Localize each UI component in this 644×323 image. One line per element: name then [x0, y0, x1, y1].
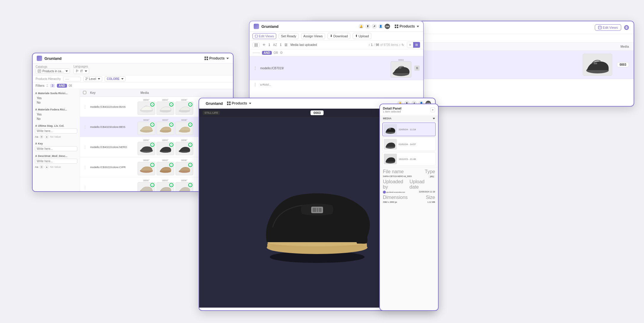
- thumb-item-0008-4[interactable]: 0008° ✓: [175, 159, 193, 175]
- filter-no-1[interactable]: No: [35, 100, 77, 105]
- mid-media-thumbs: 0003: [391, 59, 411, 78]
- bell-icon[interactable]: 🔔: [359, 24, 364, 29]
- products-dropdown-icon-mid[interactable]: [417, 26, 419, 27]
- filter-icon-5: ≡: [39, 165, 44, 169]
- row-menu-1[interactable]: ⋮: [83, 105, 87, 109]
- check-icon-0000-1: ✓: [150, 102, 154, 107]
- filter-no-2[interactable]: No: [35, 117, 77, 121]
- lang-dropdown-icon[interactable]: [85, 70, 87, 72]
- image-code-badge: 0003: [311, 110, 324, 115]
- list-view-btn[interactable]: ≡: [407, 42, 413, 48]
- big-thumb-right[interactable]: [583, 54, 612, 76]
- thumb-img-0000-3: ✓: [138, 142, 155, 155]
- catalog-select[interactable]: Products in ca...: [36, 68, 70, 74]
- thumb-item-0003-2[interactable]: 0003° ✓: [156, 119, 174, 135]
- chevron-left-page[interactable]: ‹: [369, 43, 370, 46]
- grid-view-btn[interactable]: ⊞: [413, 42, 420, 48]
- row-menu-3[interactable]: ⋮: [83, 145, 87, 150]
- upload-icon: ⬆: [355, 34, 358, 38]
- level-value-select[interactable]: 2° Level: [83, 76, 102, 81]
- svg-rect-3: [207, 59, 208, 60]
- thumb-item-0003-5[interactable]: 0003° ✓: [156, 179, 174, 192]
- meta-uploaded-row: Uploaded by Upload date: [383, 179, 435, 190]
- row-menu-4[interactable]: ⋮: [83, 165, 87, 170]
- thumb-img-0000-1: ✓: [138, 102, 155, 115]
- check-icon-0003-1: ✓: [169, 102, 173, 107]
- check-icon-0000-4: ✓: [150, 163, 154, 167]
- filter-row: Filters Ξ 3 AND 08: [33, 83, 233, 89]
- person-icon-circle[interactable]: 👤: [378, 24, 383, 29]
- svg-rect-25: [395, 27, 396, 28]
- row-menu-mid-2[interactable]: ⋮: [253, 82, 257, 87]
- thumb-item-0000-3[interactable]: 0000° ✓: [138, 139, 155, 155]
- collapse-btn[interactable]: [430, 107, 435, 112]
- copy-icon[interactable]: ⎘: [414, 65, 420, 71]
- set-ready-btn[interactable]: Set Ready: [279, 33, 298, 39]
- chevron-right-page[interactable]: ›: [399, 43, 400, 46]
- thumb-item-0008-5[interactable]: 0008° ✓: [175, 179, 193, 192]
- svg-rect-24: [397, 25, 398, 26]
- row-menu-5[interactable]: ⋮: [83, 185, 87, 190]
- catalog-dropdown-icon[interactable]: [65, 70, 68, 72]
- filter-and-or-row: ──── AND OR ⚙: [250, 49, 423, 56]
- mid-thumb-0003[interactable]: 0003: [391, 59, 411, 78]
- filter-yes-1[interactable]: Yes: [35, 96, 77, 100]
- thumb-item-0003-4[interactable]: 0003° ✓: [156, 159, 174, 175]
- thumb-detail-item-3[interactable]: 19/12/23 - 21:48: [382, 152, 436, 166]
- thumb-item-0008-2[interactable]: 0008° ✓: [175, 119, 193, 135]
- colore-dropdown-icon[interactable]: [121, 78, 124, 80]
- active-user-icon[interactable]: SW: [385, 24, 390, 29]
- thumb-detail-item-1[interactable]: 22/05/24 - 11:18: [382, 123, 436, 136]
- filter-input-4[interactable]: [35, 146, 77, 151]
- thumb-item-0000-4[interactable]: 0000° ✓: [138, 159, 155, 175]
- check-icon-0003-5: ✓: [169, 183, 173, 187]
- thumb-detail-item-2[interactable]: 01/02/24 - 14:57: [382, 137, 436, 151]
- mid-table-row-2: ⋮ a Ricicl...: [250, 80, 423, 89]
- meta-dim-row: Dimensions Size: [383, 195, 435, 200]
- edit-views-btn-mid[interactable]: Edit Views: [253, 33, 276, 39]
- assign-views-btn[interactable]: Assign Views: [301, 33, 325, 39]
- brand-title-mid: Grunland: [261, 24, 279, 29]
- filter-group-3: ∧ Ultima Stag. Liv. Col. Aa ≡ ● No Value: [35, 124, 77, 139]
- language-select[interactable]: 🏳 IT: [73, 68, 89, 74]
- level-select[interactable]: ──: [63, 77, 81, 81]
- upload-icon-circle[interactable]: ⬆: [365, 24, 370, 29]
- thumb-item-0003-3[interactable]: 0003° ✓: [156, 139, 174, 155]
- products-dropdown-viewer[interactable]: [249, 103, 251, 104]
- filter-yes-2[interactable]: Yes: [35, 112, 77, 117]
- upload-btn[interactable]: ⬆ Upload: [353, 33, 371, 39]
- product-key-2: modello:/CB4323/colore:BEIS: [90, 125, 135, 128]
- products-dropdown-icon[interactable]: [226, 58, 229, 59]
- row-menu-mid-1[interactable]: ⋮: [253, 66, 257, 70]
- globe-icon[interactable]: [624, 25, 629, 30]
- filter-count: 08: [69, 84, 72, 87]
- catalogs-label: Catalogs: [36, 65, 70, 68]
- refresh-icon[interactable]: ↻: [402, 43, 404, 46]
- filter-input-3[interactable]: [35, 128, 77, 134]
- check-icon-0000-5: ✓: [150, 183, 154, 187]
- filter-group-title-5: ∧ DescStrat_Mod_Desc...: [35, 154, 77, 158]
- filter-row-mid: 👁 1 AZ 1 🖼 Media last uploaded ‹ 1 / 98 …: [250, 41, 423, 49]
- row-menu-2[interactable]: ⋮: [83, 125, 87, 129]
- filter-settings-icon[interactable]: ⚙: [280, 51, 283, 55]
- level-dropdown-icon[interactable]: [98, 78, 100, 80]
- download-btn[interactable]: ⬇ Download: [327, 33, 350, 39]
- colore-select[interactable]: COLORE: [105, 76, 126, 81]
- thumb-item-0003-1[interactable]: 0003° ✓: [156, 99, 174, 115]
- thumb-item-0000-1[interactable]: 0000° ✓: [138, 99, 155, 115]
- thumb-item-0008-1[interactable]: 0008° ✓: [175, 99, 193, 115]
- uploader-info: grunland-scancube-mcr: [383, 191, 405, 194]
- thumb-item-0000-2[interactable]: 0000° ✓: [138, 119, 155, 135]
- filter-input-5[interactable]: [35, 159, 77, 164]
- media-section-chevron[interactable]: [433, 118, 435, 119]
- filter-group-title-2: ∧ Materiale Fodera Rici...: [35, 108, 77, 111]
- filter-dot-5: ●: [45, 165, 49, 169]
- filter-group-2: ∧ Materiale Fodera Rici... Yes No: [35, 108, 77, 121]
- thumb-item-0008-3[interactable]: 0008° ✓: [175, 139, 193, 155]
- thumb-img-0008-3: ✓: [175, 142, 193, 155]
- select-all-checkbox[interactable]: [83, 91, 86, 94]
- thumb-item-0000-5[interactable]: 0000° ✓: [138, 179, 155, 192]
- view-toggle-mid: [253, 43, 260, 47]
- edit-views-btn-right[interactable]: Edit Views: [595, 24, 621, 31]
- share-icon-circle[interactable]: ↗: [372, 24, 377, 29]
